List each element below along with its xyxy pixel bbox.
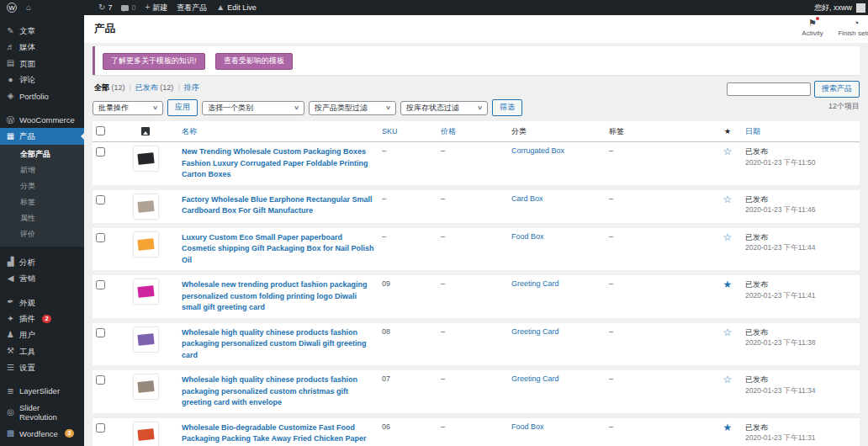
finish-setup-button[interactable]: ◔ Finish setup <box>834 19 868 37</box>
product-type-select[interactable]: 按产品类型过滤∨ <box>309 101 396 115</box>
product-name-link[interactable]: Wholesale Bio-degradable Customize Fast … <box>182 422 375 446</box>
product-name-link[interactable]: Wholesale high quality chinese products … <box>182 327 375 362</box>
star-filled-icon[interactable]: ★ <box>723 279 733 290</box>
sidebar-item-WooCommerce[interactable]: ⓌWooCommerce <box>0 112 84 128</box>
star-empty-icon[interactable]: ☆ <box>723 146 733 157</box>
submenu-item-新增[interactable]: 新增 <box>0 162 84 178</box>
sidebar-item-Portfolio[interactable]: ◈Portfolio <box>0 88 84 104</box>
row-checkbox[interactable] <box>96 328 105 337</box>
product-thumbnail[interactable] <box>134 422 158 446</box>
star-empty-icon[interactable]: ☆ <box>723 327 733 338</box>
product-thumbnail[interactable] <box>134 146 158 171</box>
sidebar-item-设置[interactable]: ☰设置 <box>0 359 84 375</box>
learn-templates-button[interactable]: 了解更多关于模板的知识! <box>103 53 205 70</box>
column-header-price[interactable]: 价格 <box>437 121 508 142</box>
edit-live-link[interactable]: ▲ Edit Live <box>216 3 256 12</box>
category-link[interactable]: Card Box <box>511 194 543 203</box>
sidebar-item-媒体[interactable]: ♬媒体 <box>0 39 84 55</box>
search-input[interactable] <box>727 82 811 96</box>
filter-button[interactable]: 筛选 <box>492 99 522 116</box>
view-product-link[interactable]: 查看产品 <box>177 3 207 13</box>
sidebar-item-产品[interactable]: ▦产品 <box>0 128 84 144</box>
product-thumbnail[interactable] <box>134 374 158 399</box>
stock-status-select[interactable]: 按库存状态过滤∨ <box>400 101 488 115</box>
product-name-link[interactable]: Wholesale high quality chinese products … <box>182 374 375 409</box>
search-products-button[interactable]: 搜索产品 <box>814 81 860 98</box>
product-thumbnail[interactable] <box>134 279 158 304</box>
star-empty-icon[interactable]: ☆ <box>723 194 733 205</box>
sidebar-item-页面[interactable]: ▤页面 <box>0 56 84 72</box>
view-link-全部[interactable]: 全部 (12) <box>94 83 125 92</box>
publish-status: 已发布 <box>745 374 856 386</box>
chevron-down-icon: ∨ <box>152 104 158 111</box>
submenu-item-全部产品[interactable]: 全部产品 <box>0 146 84 162</box>
submenu-item-评价[interactable]: 评价 <box>0 226 84 242</box>
sidebar-item-插件[interactable]: ✦插件2 <box>0 311 84 327</box>
bulk-action-select[interactable]: 批量操作∨ <box>93 101 163 115</box>
product-name-link[interactable]: Wholesale new trending product fashion p… <box>182 279 375 314</box>
wp-logo-menu[interactable]: W <box>7 3 17 13</box>
tag-cell: – <box>606 416 713 446</box>
column-header-sku[interactable]: SKU <box>378 121 437 142</box>
product-thumbnail[interactable] <box>134 194 158 219</box>
clock-icon: ◔ <box>854 19 860 28</box>
updates-menu[interactable]: ↻ 7 <box>98 3 112 12</box>
product-name-link[interactable]: Luxury Custom Eco Small Paper paperboard… <box>182 232 375 267</box>
featured-column-icon[interactable]: ★ <box>713 121 742 142</box>
row-checkbox[interactable] <box>96 195 105 204</box>
category-link[interactable]: Food Box <box>511 422 544 431</box>
star-filled-icon[interactable]: ★ <box>723 422 733 433</box>
submenu-item-分类[interactable]: 分类 <box>0 178 84 194</box>
product-name-link[interactable]: Factory Wholesale Blue Earphone Rectangu… <box>182 194 375 217</box>
view-link-已发布[interactable]: 已发布 (12) <box>125 83 174 92</box>
sidebar-item-Wordfence[interactable]: ▩Wordfence3 <box>0 426 84 442</box>
product-thumbnail[interactable] <box>134 232 158 257</box>
sidebar-item-用户[interactable]: ♟用户 <box>0 327 84 342</box>
category-link[interactable]: Greeting Card <box>511 279 559 288</box>
sidebar-item-Slider Revolution[interactable]: ◎Slider Revolution <box>0 400 84 426</box>
view-label: 全部 <box>94 83 109 92</box>
view-affected-templates-button[interactable]: 查看受影响的模板 <box>215 53 293 70</box>
row-checkbox[interactable] <box>96 280 105 289</box>
sidebar-item-label: 工具 <box>19 347 35 356</box>
view-link-排序[interactable]: 排序 <box>173 83 198 92</box>
submenu-item-属性[interactable]: 属性 <box>0 210 84 226</box>
comments-menu[interactable]: 0 <box>121 3 135 12</box>
activity-button[interactable]: ⚑ Activity <box>791 19 834 37</box>
my-account-menu[interactable]: 您好, xxww <box>814 3 852 13</box>
category-cell: Food Box <box>508 416 606 446</box>
row-checkbox[interactable] <box>96 423 105 433</box>
notification-dot <box>816 17 819 20</box>
category-link[interactable]: Corrugated Box <box>511 146 564 155</box>
product-name-link[interactable]: New Trending Wholesale Custom Packaging … <box>182 146 375 181</box>
star-empty-icon[interactable]: ☆ <box>723 374 733 385</box>
avatar[interactable] <box>856 3 865 13</box>
category-link[interactable]: Food Box <box>511 232 544 241</box>
woocommerce-icon: Ⓦ <box>6 116 15 125</box>
sidebar-item-工具[interactable]: ⚒工具 <box>0 343 84 359</box>
submenu-item-标签[interactable]: 标签 <box>0 194 84 210</box>
select-all-checkbox[interactable] <box>96 126 105 135</box>
tag-cell: – <box>606 188 713 226</box>
new-content-menu[interactable]: + 新建 <box>145 3 167 13</box>
sidebar-item-营销[interactable]: ◀营销 <box>0 270 84 286</box>
product-thumbnail[interactable] <box>134 327 158 352</box>
site-link[interactable]: ⌂ <box>26 3 31 12</box>
star-empty-icon[interactable]: ☆ <box>723 231 733 243</box>
column-header-name[interactable]: 名称 <box>178 121 378 142</box>
sidebar-item-分析[interactable]: ▟分析 <box>0 254 84 270</box>
sidebar-item-文章[interactable]: ✎文章 <box>0 23 84 39</box>
column-header-date[interactable]: 日期 <box>742 121 860 142</box>
category-link[interactable]: Greeting Card <box>511 374 559 383</box>
sidebar-item-LayerSlider[interactable]: ≣LayerSlider <box>0 383 84 399</box>
row-checkbox[interactable] <box>96 233 105 242</box>
row-checkbox[interactable] <box>96 375 105 385</box>
category-select[interactable]: 选择一个类别∨ <box>202 101 304 115</box>
sku-cell: 09 <box>378 273 437 321</box>
image-column-icon <box>141 127 150 135</box>
sidebar-item-评论[interactable]: ●评论 <box>0 72 84 88</box>
category-link[interactable]: Greeting Card <box>511 327 559 336</box>
apply-button[interactable]: 应用 <box>167 99 198 116</box>
row-checkbox[interactable] <box>96 147 105 157</box>
sidebar-item-外观[interactable]: ✒外观 <box>0 295 84 311</box>
